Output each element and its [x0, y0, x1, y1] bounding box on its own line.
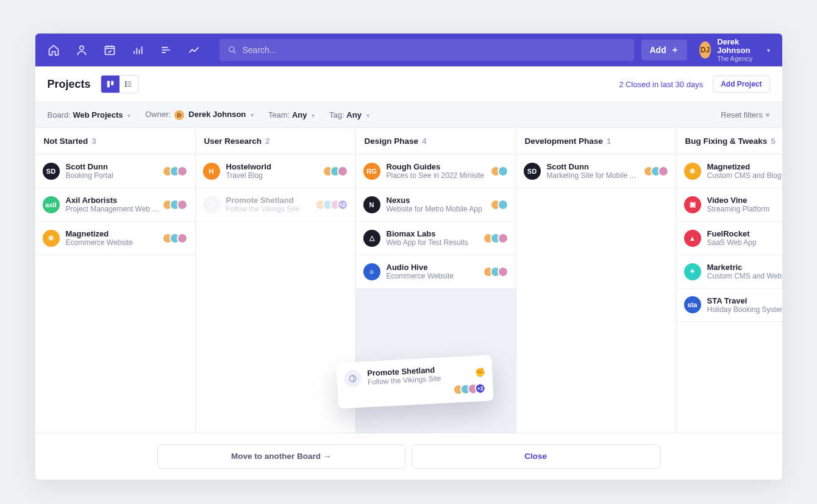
project-card[interactable]: ✦MarketricCustom CMS and Websi [677, 255, 782, 289]
list-icon[interactable] [160, 44, 172, 56]
search-bar[interactable] [219, 39, 634, 61]
column-title: User Research [204, 137, 262, 146]
card-title: Magnetized [66, 229, 160, 239]
project-card[interactable]: SDScott DunnMarketing Site for Mobile A… [516, 155, 676, 188]
project-icon: ▲ [684, 230, 701, 247]
project-card[interactable]: ▣Video VineStreaming Platform [677, 188, 782, 222]
column-title: Development Phase [525, 137, 603, 146]
column-header: Bug Fixing & Tweaks5 [677, 128, 782, 155]
project-card[interactable]: ≡Audio HiveEcommerce Website [356, 255, 516, 289]
kanban-column: User Research2HHostelworldTravel Blog❍Pr… [196, 128, 356, 433]
kanban-column: Development Phase1SDScott DunnMarketing … [516, 128, 677, 433]
board-view-toggle[interactable] [101, 76, 120, 93]
move-board-button[interactable]: Move to another Board → [157, 444, 406, 469]
list-view-toggle[interactable] [120, 76, 138, 93]
trend-icon[interactable] [188, 44, 200, 56]
add-project-button[interactable]: Add Project [713, 76, 769, 93]
project-icon: ⊕ [43, 230, 60, 247]
card-title: Audio Hive [387, 263, 480, 272]
chevron-down-icon: ▾ [251, 112, 254, 118]
chevron-down-icon: ▾ [767, 47, 770, 54]
avatar [337, 166, 348, 177]
assignee-avatars [166, 199, 188, 210]
card-subtitle: Places to See in 2022 Minisite [387, 171, 488, 180]
project-card[interactable]: ▲FuelRocketSaaS Web App [677, 222, 782, 255]
card-subtitle: Follow the Vikings Site [226, 205, 313, 213]
svg-rect-1 [105, 46, 114, 54]
card-title: Rough Guides [387, 162, 488, 172]
svg-rect-3 [107, 81, 109, 88]
assignee-avatars [494, 166, 508, 177]
card-subtitle: Streaming Platform [707, 205, 782, 213]
column-count: 3 [91, 137, 96, 146]
project-icon: ≡ [363, 263, 380, 280]
plus-icon [671, 46, 679, 54]
card-subtitle: Marketing Site for Mobile A… [547, 171, 641, 180]
project-card[interactable]: RGRough GuidesPlaces to See in 2022 Mini… [356, 155, 516, 188]
column-count: 4 [422, 137, 427, 146]
avatar [498, 233, 508, 244]
project-card[interactable]: ⊕MagnetizedEcommerce Website [35, 222, 195, 255]
assignee-avatars [487, 266, 508, 277]
project-icon: ✦ [684, 263, 701, 280]
avatar [658, 166, 669, 177]
card-subtitle: Project Management Web App [66, 205, 160, 213]
project-card[interactable]: ⊕MagnetizedCustom CMS and Blog [677, 155, 782, 188]
card-title: Nexus [387, 196, 488, 205]
project-card[interactable]: ❍Promote ShetlandFollow the Vikings Site… [196, 188, 355, 222]
user-menu[interactable]: DJ Derek Johnson The Agency ▾ [699, 38, 770, 63]
card-title: Marketric [707, 263, 782, 272]
tag-filter[interactable]: Tag: Any ▾ [329, 110, 369, 119]
user-org: The Agency [717, 55, 757, 62]
column-count: 5 [771, 137, 776, 146]
assignee-avatars [494, 199, 508, 210]
bars-icon[interactable] [132, 44, 144, 56]
avatar-more: +2 [474, 383, 486, 394]
card-title: Scott Dunn [66, 162, 160, 172]
card-title: Scott Dunn [547, 162, 641, 172]
chevron-down-icon: ▾ [366, 112, 369, 119]
card-subtitle: Custom CMS and Websi [707, 272, 782, 280]
add-button[interactable]: Add [641, 40, 687, 60]
page-title: Projects [48, 78, 91, 91]
dragging-card[interactable]: Promote Shetland Follow the Vikings Site… [336, 355, 494, 408]
reset-filters[interactable]: Reset filters× [721, 110, 769, 119]
project-card[interactable]: staSTA TravelHoliday Booking System [677, 289, 782, 322]
svg-point-2 [229, 47, 234, 52]
page-header: Projects 2 Closed in last 30 days Add Pr… [35, 66, 782, 102]
project-icon: SD [43, 163, 60, 180]
owner-avatar: D [174, 110, 184, 120]
calendar-icon[interactable] [104, 44, 116, 56]
owner-filter[interactable]: Owner: D Derek Johnson ▾ [145, 110, 254, 120]
project-card[interactable]: HHostelworldTravel Blog [196, 155, 355, 188]
column-header: Not Started3 [35, 128, 195, 155]
svg-point-7 [125, 86, 126, 87]
team-filter[interactable]: Team: Any ▾ [268, 110, 315, 119]
search-input[interactable] [243, 45, 626, 55]
user-icon[interactable] [76, 44, 88, 56]
project-card[interactable]: △Biomax LabsWeb App for Test Results [356, 222, 516, 255]
close-button[interactable]: Close [412, 444, 660, 469]
project-icon: N [363, 196, 380, 213]
svg-point-8 [349, 375, 355, 382]
column-header: Design Phase4 [356, 128, 516, 155]
home-icon[interactable] [48, 44, 60, 56]
project-card[interactable]: axilAxil ArboristsProject Management Web… [35, 188, 195, 222]
avatar [177, 199, 188, 210]
avatar [498, 199, 508, 210]
card-title: Axil Arborists [66, 196, 160, 205]
svg-rect-4 [111, 81, 113, 85]
card-subtitle: Travel Blog [226, 171, 320, 180]
card-subtitle: Holiday Booking System [707, 305, 782, 314]
closed-link[interactable]: 2 Closed in last 30 days [619, 80, 703, 89]
assignee-avatars: +2 [319, 199, 348, 210]
assignee-avatars [166, 233, 188, 244]
project-card[interactable]: SDScott DunnBooking Portal [35, 155, 195, 188]
avatar [177, 166, 188, 177]
card-title: Magnetized [707, 162, 782, 172]
board-filter[interactable]: Board: Web Projects ▾ [48, 110, 131, 119]
topbar-right: Add DJ Derek Johnson The Agency ▾ [641, 38, 770, 63]
avatar [177, 233, 188, 244]
filter-bar: Board: Web Projects ▾ Owner: D Derek Joh… [35, 102, 782, 128]
project-card[interactable]: NNexusWebsite for Metro Mobile App [356, 188, 516, 222]
